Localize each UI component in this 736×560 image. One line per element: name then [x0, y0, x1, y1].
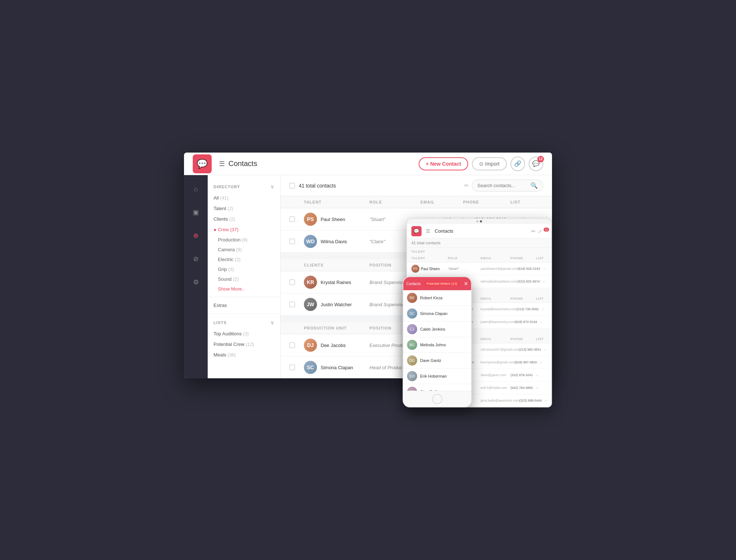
hamburger-icon[interactable]: ☰ — [219, 160, 225, 168]
import-button[interactable]: ⊙ Import — [472, 157, 507, 170]
dir-camera[interactable]: Camera (8) — [208, 245, 280, 255]
phone-item: EH Erik Hoberman — [403, 368, 471, 384]
lists-header: LISTS ∨ — [208, 317, 280, 328]
phone-avatar: SC — [407, 308, 417, 319]
contact-name: Dee Jacobs — [321, 343, 346, 348]
directory-panel: DIRECTORY ∨ All (41) Talent (2) Clients … — [208, 175, 281, 378]
tablet-dot — [476, 220, 478, 222]
tablet-row: PSPaul Sheen "Stuart" paulsheen18@gmail.… — [407, 263, 551, 275]
content-header: 41 total contacts ✏ 🔍 — [281, 175, 552, 196]
search-icon: 🔍 — [531, 182, 538, 189]
avatar: JW — [304, 298, 317, 311]
select-all-checkbox[interactable] — [289, 183, 295, 189]
tablet-dots — [407, 219, 551, 224]
avatar: PS — [304, 213, 317, 226]
tablet-expand-icon[interactable]: ⤢ — [538, 228, 542, 234]
link-button[interactable]: 🔗 — [510, 157, 525, 171]
row-checkbox[interactable] — [289, 364, 295, 370]
avatar: WD — [304, 235, 317, 248]
scene: 💬 ☰ Contacts + New Contact ⊙ Import 🔗 💬 … — [184, 153, 552, 407]
phone-contact-name: Gina Bailis — [420, 390, 439, 391]
phone-avatar: EH — [407, 371, 417, 381]
phone-item: CJ Caleb Jenkins — [403, 322, 471, 337]
dir-talent[interactable]: Talent (2) — [208, 203, 280, 214]
contact-count: 41 total contacts — [299, 183, 336, 189]
phone-item: MJ Melinda Johns — [403, 337, 471, 353]
tablet-actions: ✏ ⤢ ●12 — [531, 228, 547, 234]
row-checkbox[interactable] — [289, 301, 295, 307]
dir-meals[interactable]: Meals (36) — [208, 350, 280, 360]
new-contact-button[interactable]: + New Contact — [419, 157, 469, 170]
sidebar-team[interactable]: ⊘ — [189, 252, 203, 265]
top-bar-menu: ☰ Contacts — [219, 159, 257, 168]
dir-clients[interactable]: Clients (2) — [208, 214, 280, 224]
tablet-talent-label: TALENT — [407, 248, 551, 254]
talent-header: TALENT ROLE EMAIL PHONE LIST — [281, 196, 552, 208]
talent-col-talent: TALENT — [304, 200, 369, 204]
talent-col-list: LIST — [510, 200, 532, 204]
talent-col-role: ROLE — [369, 200, 420, 204]
tablet-top-bar: 💬 ☰ Contacts ✏ ⤢ ●12 — [407, 224, 551, 238]
phone-contact-name: Caleb Jenkins — [420, 327, 445, 331]
top-bar-actions: + New Contact ⊙ Import 🔗 💬 12 — [419, 157, 543, 171]
production-col-unit: PRODUCTION UNIT — [304, 326, 369, 330]
app-logo: 💬 — [193, 154, 212, 173]
dir-crew[interactable]: Crew (37) — [208, 224, 280, 235]
row-checkbox[interactable] — [289, 216, 295, 222]
tablet-subheader: 41 total contacts — [407, 238, 551, 248]
phone-list: RK Robert Kirza SC Simona Clapan CJ Cale… — [403, 290, 471, 391]
phone-close-icon[interactable]: ✕ — [464, 281, 468, 287]
contact-name: Simona Clapan — [321, 365, 353, 370]
dir-extras[interactable]: Extras — [208, 300, 280, 311]
dir-show-more[interactable]: Show More.. — [208, 284, 280, 294]
tablet-hamburger[interactable]: ☰ — [426, 228, 430, 234]
phone-avatar: RK — [407, 293, 417, 303]
phone-item: GB Gina Bailis — [403, 384, 471, 391]
dir-production[interactable]: Production (8) — [208, 235, 280, 245]
phone-avatar: DG — [407, 355, 417, 366]
contact-name: Justin Watcher — [321, 302, 352, 307]
avatar: KR — [304, 276, 317, 289]
content-header-left: 41 total contacts — [289, 183, 336, 189]
phone-title: Contacts — [406, 282, 420, 286]
edit-icon[interactable]: ✏ — [464, 182, 469, 189]
dir-potential-crew[interactable]: Potential Crew (12) — [208, 339, 280, 350]
dir-grip[interactable]: Grip (3) — [208, 264, 280, 274]
row-checkbox[interactable] — [289, 342, 295, 348]
search-input[interactable] — [477, 183, 528, 188]
dir-top-auditions[interactable]: Top Auditions (3) — [208, 328, 280, 339]
dir-sound[interactable]: Sound (2) — [208, 274, 280, 284]
dir-electric[interactable]: Electric (2) — [208, 255, 280, 264]
sidebar-home[interactable]: ⌂ — [189, 182, 203, 196]
top-bar: 💬 ☰ Contacts + New Contact ⊙ Import 🔗 💬 … — [184, 153, 552, 175]
dir-divider-1 — [208, 297, 280, 297]
phone-home-button[interactable] — [432, 394, 442, 404]
phone-list-label: Potential Writers (13) — [424, 281, 460, 286]
contact-name: Paul Sheen — [321, 217, 345, 222]
tablet-edit-icon[interactable]: ✏ — [531, 228, 536, 234]
logo-icon: 💬 — [197, 159, 208, 169]
tablet-logo: 💬 — [411, 226, 422, 236]
chat-button[interactable]: 💬 12 — [529, 157, 543, 171]
tablet-dot-active — [480, 220, 482, 222]
phone-item: RK Robert Kirza — [403, 290, 471, 306]
sidebar-contacts[interactable]: ⊕ — [189, 229, 203, 242]
page-title: Contacts — [228, 159, 257, 168]
dir-divider-2 — [208, 313, 280, 314]
phone-item: DG Dave Gantz — [403, 353, 471, 368]
phone-item: SC Simona Clapan — [403, 306, 471, 322]
link-icon: 🔗 — [514, 160, 521, 167]
content-header-right: ✏ 🔍 — [464, 180, 543, 192]
row-checkbox[interactable] — [289, 238, 295, 244]
sidebar-settings[interactable]: ⚙ — [189, 276, 203, 289]
avatar: SC — [304, 361, 317, 374]
phone-contact-name: Simona Clapan — [420, 311, 447, 316]
sidebar-projects[interactable]: ▣ — [189, 206, 203, 219]
dir-all[interactable]: All (41) — [208, 193, 280, 203]
row-checkbox[interactable] — [289, 279, 295, 285]
talent-col-email: EMAIL — [420, 200, 463, 204]
clients-col-clients: CLIENTS — [304, 263, 369, 267]
search-box[interactable]: 🔍 — [472, 180, 543, 192]
talent-col-phone: PHONE — [463, 200, 510, 204]
tablet-total: 41 total contacts — [411, 241, 441, 245]
